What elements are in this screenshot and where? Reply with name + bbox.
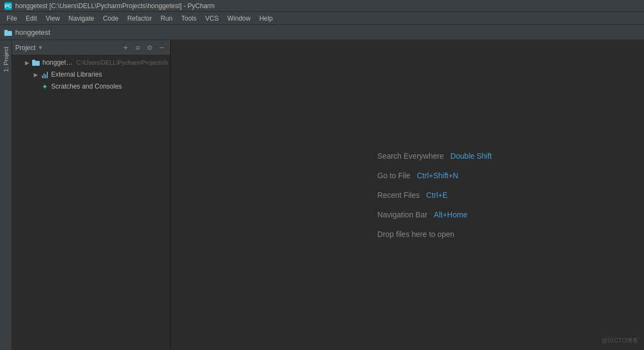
library-icon <box>40 70 49 79</box>
svg-rect-2 <box>32 61 40 66</box>
main-layout: 1: Project Project ▼ + ≡ ⚙ − ▶ <box>0 40 644 350</box>
folder-icon <box>4 29 12 36</box>
svg-rect-0 <box>4 31 12 36</box>
tree-path-honggetest: C:\Users\DELL\PycharmProjects\h <box>76 59 168 66</box>
close-button[interactable]: − <box>156 42 167 53</box>
sidebar-tree: ▶ honggetest C:\Users\DELL\PycharmProjec… <box>12 55 170 350</box>
tree-label-scratches: Scratches and Consoles <box>51 83 122 90</box>
menu-vcs[interactable]: VCS <box>201 14 223 23</box>
sidebar-title-label: Project <box>15 44 35 52</box>
menu-bar: File Edit View Navigate Code Refactor Ru… <box>0 12 644 25</box>
folder-icon-honggetest <box>32 58 40 67</box>
title-bar: PC honggetest [C:\Users\DELL\PycharmProj… <box>0 0 644 12</box>
add-button[interactable]: + <box>120 42 131 53</box>
window-title: honggetest [C:\Users\DELL\PycharmProject… <box>15 2 215 10</box>
go-to-file-shortcut: Ctrl+Shift+N <box>417 171 458 180</box>
menu-tools[interactable]: Tools <box>177 14 201 23</box>
vertical-tab[interactable]: 1: Project <box>0 40 12 350</box>
settings-button[interactable]: ⚙ <box>144 42 155 53</box>
watermark: @51CTO博客 <box>602 336 639 345</box>
sidebar-toolbar: Project ▼ + ≡ ⚙ − <box>12 40 170 55</box>
menu-run[interactable]: Run <box>156 14 177 23</box>
tree-label-libraries: External Libraries <box>51 71 102 78</box>
recent-files-label: Recent Files <box>377 191 420 199</box>
search-everywhere-shortcut: Double Shift <box>450 152 492 160</box>
tree-arrow-scratches <box>32 82 40 91</box>
tree-arrow-honggetest: ▶ <box>23 58 32 67</box>
app-icon: PC <box>4 2 12 10</box>
menu-file[interactable]: File <box>2 14 21 23</box>
search-everywhere-label: Search Everywhere <box>377 152 444 160</box>
menu-window[interactable]: Window <box>223 14 255 23</box>
hint-drop-files: Drop files here to open <box>377 230 455 239</box>
tree-arrow-libraries: ▶ <box>32 70 40 79</box>
scratches-icon: ✦ <box>40 82 49 91</box>
hint-navigation-bar: Navigation Bar Alt+Home <box>377 210 468 219</box>
hint-recent-files: Recent Files Ctrl+E <box>377 191 448 199</box>
navigation-bar-label: Navigation Bar <box>377 210 428 219</box>
menu-code[interactable]: Code <box>98 14 123 23</box>
menu-edit[interactable]: Edit <box>21 14 41 23</box>
shortcut-hints: Search Everywhere Double Shift Go to Fil… <box>377 152 492 239</box>
project-header: honggetest <box>0 25 644 40</box>
tree-item-external-libraries[interactable]: ▶ External Libraries <box>12 68 170 80</box>
drop-files-label: Drop files here to open <box>377 230 455 239</box>
menu-navigate[interactable]: Navigate <box>64 14 98 23</box>
main-content: Search Everywhere Double Shift Go to Fil… <box>171 40 644 350</box>
watermark-text: @51CTO博客 <box>602 337 639 343</box>
recent-files-shortcut: Ctrl+E <box>426 191 448 199</box>
project-tab-label[interactable]: 1: Project <box>3 42 9 76</box>
tree-label-honggetest: honggetest <box>42 59 74 66</box>
svg-rect-3 <box>32 60 35 61</box>
filter-button[interactable]: ≡ <box>132 42 143 53</box>
tree-item-honggetest[interactable]: ▶ honggetest C:\Users\DELL\PycharmProjec… <box>12 57 170 68</box>
menu-view[interactable]: View <box>41 14 64 23</box>
project-title: honggetest <box>15 28 50 36</box>
menu-help[interactable]: Help <box>255 14 277 23</box>
sidebar: Project ▼ + ≡ ⚙ − ▶ honggetest C:\Users\ <box>12 40 171 350</box>
svg-rect-1 <box>4 30 8 32</box>
navigation-bar-shortcut: Alt+Home <box>434 210 468 219</box>
hint-go-to-file: Go to File Ctrl+Shift+N <box>377 171 459 180</box>
sidebar-title-area: Project ▼ <box>15 44 119 52</box>
hint-search-everywhere: Search Everywhere Double Shift <box>377 152 492 160</box>
dropdown-icon[interactable]: ▼ <box>38 45 43 51</box>
go-to-file-label: Go to File <box>377 171 411 180</box>
menu-refactor[interactable]: Refactor <box>123 14 156 23</box>
tree-item-scratches[interactable]: ✦ Scratches and Consoles <box>12 80 170 92</box>
